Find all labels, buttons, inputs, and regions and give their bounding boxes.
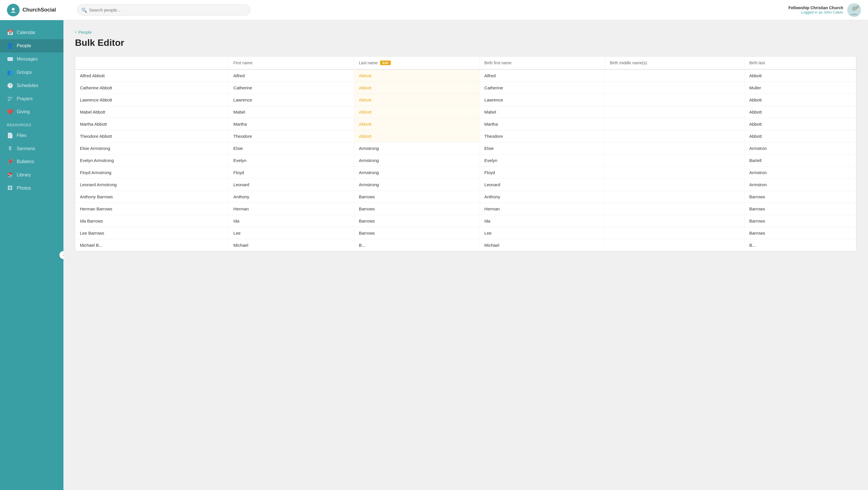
cell-first-name[interactable]: Martha <box>229 118 354 130</box>
table-row[interactable]: Evelyn ArmstrongEvelynArmstrongEvelynBar… <box>75 155 856 167</box>
table-row[interactable]: Ida BarrowsIdaBarrowsIdaBarrows <box>75 215 856 227</box>
cell-last-name[interactable]: Abbott <box>354 69 479 82</box>
cell-birth-first[interactable]: Alfred <box>479 69 605 82</box>
cell-last-name[interactable]: Armstrong <box>354 142 479 155</box>
cell-birth-last[interactable]: Muller <box>745 82 856 94</box>
cell-birth-first[interactable]: Elsie <box>479 142 605 155</box>
cell-first-name[interactable]: Catherine <box>229 82 354 94</box>
sidebar-item-files[interactable]: 📄 Files <box>0 129 63 142</box>
breadcrumb[interactable]: ‹ People <box>75 29 857 35</box>
cell-birth-last[interactable]: Bartell <box>745 155 856 167</box>
cell-birth-first[interactable]: Catherine <box>479 82 605 94</box>
cell-first-name[interactable]: Evelyn <box>229 155 354 167</box>
sidebar-item-messages[interactable]: ✉️ Messages <box>0 53 63 66</box>
cell-first-name[interactable]: Lee <box>229 227 354 239</box>
sidebar-item-calendar[interactable]: 📅 Calendar <box>0 26 63 39</box>
cell-birth-middle[interactable] <box>605 215 744 227</box>
cell-birth-first[interactable]: Lawrence <box>479 94 605 106</box>
table-row[interactable]: Elsie ArmstrongElsieArmstrongElsieArmstr… <box>75 142 856 155</box>
cell-birth-middle[interactable] <box>605 155 744 167</box>
cell-first-name[interactable]: Theodore <box>229 130 354 142</box>
cell-birth-last[interactable]: Abbott <box>745 69 856 82</box>
cell-birth-last[interactable]: Barrows <box>745 215 856 227</box>
sidebar-item-groups[interactable]: 👥 Groups <box>0 66 63 79</box>
cell-birth-last[interactable]: Barrows <box>745 203 856 215</box>
cell-birth-last[interactable]: Armstron <box>745 142 856 155</box>
table-row[interactable]: Michael B...MichaelB...MichaelB... <box>75 239 856 251</box>
cell-last-name[interactable]: Armstrong <box>354 167 479 179</box>
cell-birth-first[interactable]: Martha <box>479 118 605 130</box>
cell-birth-middle[interactable] <box>605 130 744 142</box>
cell-birth-middle[interactable] <box>605 94 744 106</box>
table-row[interactable]: Anthony BarrowsAnthonyBarrowsAnthonyBarr… <box>75 191 856 203</box>
cell-last-name[interactable]: Barrows <box>354 215 479 227</box>
cell-last-name[interactable]: Barrows <box>354 191 479 203</box>
cell-birth-last[interactable]: Abbott <box>745 130 856 142</box>
cell-birth-first[interactable]: Leonard <box>479 179 605 191</box>
cell-last-name[interactable]: Barrows <box>354 203 479 215</box>
table-row[interactable]: Theodore AbbottTheodoreAbbottTheodoreAbb… <box>75 130 856 142</box>
cell-birth-last[interactable]: Armstron <box>745 179 856 191</box>
cell-first-name[interactable]: Leonard <box>229 179 354 191</box>
sidebar-item-bulletins[interactable]: 📌 Bulletins <box>0 155 63 168</box>
cell-birth-first[interactable]: Lee <box>479 227 605 239</box>
cell-last-name[interactable]: Armstrong <box>354 155 479 167</box>
search-input[interactable] <box>77 4 250 15</box>
avatar[interactable] <box>847 3 861 17</box>
table-row[interactable]: Leonard ArmstrongLeonardArmstrongLeonard… <box>75 179 856 191</box>
table-row[interactable]: Martha AbbottMarthaAbbottMarthaAbbott <box>75 118 856 130</box>
cell-birth-middle[interactable] <box>605 239 744 251</box>
cell-birth-middle[interactable] <box>605 179 744 191</box>
table-row[interactable]: Lawrence AbbottLawrenceAbbottLawrenceAbb… <box>75 94 856 106</box>
cell-birth-first[interactable]: Theodore <box>479 130 605 142</box>
table-row[interactable]: Catherine AbbottCatherineAbbottCatherine… <box>75 82 856 94</box>
edit-badge[interactable]: Edit <box>380 61 391 65</box>
cell-first-name[interactable]: Lawrence <box>229 94 354 106</box>
cell-birth-first[interactable]: Floyd <box>479 167 605 179</box>
cell-birth-last[interactable]: Abbott <box>745 106 856 118</box>
cell-birth-first[interactable]: Anthony <box>479 191 605 203</box>
cell-last-name[interactable]: Barrows <box>354 227 479 239</box>
sidebar-item-sermons[interactable]: 🎙 Sermons <box>0 142 63 155</box>
cell-last-name[interactable]: Abbott <box>354 118 479 130</box>
cell-first-name[interactable]: Floyd <box>229 167 354 179</box>
cell-birth-middle[interactable] <box>605 167 744 179</box>
cell-first-name[interactable]: Herman <box>229 203 354 215</box>
cell-birth-middle[interactable] <box>605 82 744 94</box>
sidebar-item-schedules[interactable]: 🕐 Schedules <box>0 79 63 92</box>
cell-birth-last[interactable]: Barrows <box>745 191 856 203</box>
sidebar-item-people[interactable]: 👤 People <box>0 39 63 53</box>
table-row[interactable]: Herman BarrowsHermanBarrowsHermanBarrows <box>75 203 856 215</box>
cell-birth-last[interactable]: Abbott <box>745 118 856 130</box>
cell-birth-first[interactable]: Michael <box>479 239 605 251</box>
cell-first-name[interactable]: Anthony <box>229 191 354 203</box>
sidebar-item-photos[interactable]: 🖼 Photos <box>0 182 63 195</box>
table-row[interactable]: Alfred AbbottAlfredAbbottAlfredAbbott <box>75 69 856 82</box>
cell-birth-first[interactable]: Mabel <box>479 106 605 118</box>
sidebar-item-library[interactable]: 📚 Library <box>0 168 63 182</box>
table-row[interactable]: Floyd ArmstrongFloydArmstrongFloydArmstr… <box>75 167 856 179</box>
cell-birth-first[interactable]: Ida <box>479 215 605 227</box>
cell-birth-middle[interactable] <box>605 142 744 155</box>
col-header-last-name[interactable]: Last name Edit <box>354 57 479 69</box>
cell-birth-first[interactable]: Evelyn <box>479 155 605 167</box>
cell-first-name[interactable]: Michael <box>229 239 354 251</box>
cell-last-name[interactable]: Abbott <box>354 130 479 142</box>
cell-first-name[interactable]: Ida <box>229 215 354 227</box>
cell-birth-middle[interactable] <box>605 227 744 239</box>
cell-birth-last[interactable]: Armstron <box>745 167 856 179</box>
cell-birth-last[interactable]: B... <box>745 239 856 251</box>
cell-birth-first[interactable]: Herman <box>479 203 605 215</box>
cell-birth-middle[interactable] <box>605 106 744 118</box>
cell-birth-last[interactable]: Barrows <box>745 227 856 239</box>
cell-birth-middle[interactable] <box>605 118 744 130</box>
cell-last-name[interactable]: Abbott <box>354 106 479 118</box>
cell-first-name[interactable]: Elsie <box>229 142 354 155</box>
cell-last-name[interactable]: Abbott <box>354 82 479 94</box>
cell-birth-middle[interactable] <box>605 191 744 203</box>
cell-last-name[interactable]: Armstrong <box>354 179 479 191</box>
cell-birth-middle[interactable] <box>605 69 744 82</box>
cell-birth-middle[interactable] <box>605 203 744 215</box>
cell-first-name[interactable]: Alfred <box>229 69 354 82</box>
sidebar-item-giving[interactable]: ❤️ Giving <box>0 105 63 119</box>
